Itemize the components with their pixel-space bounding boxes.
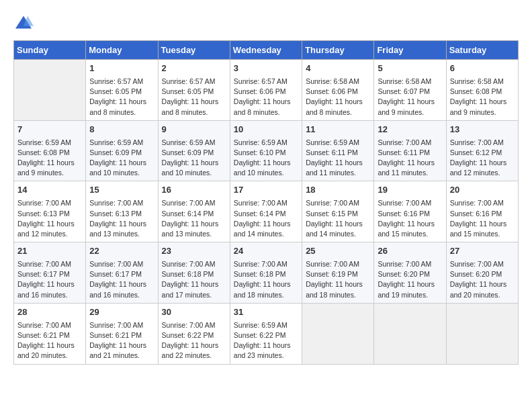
- calendar-cell: 25Sunrise: 7:00 AM Sunset: 6:19 PM Dayli…: [302, 242, 374, 304]
- day-number: 21: [17, 245, 82, 258]
- day-number: 29: [89, 306, 154, 319]
- day-info: Sunrise: 7:00 AM Sunset: 6:18 PM Dayligh…: [234, 259, 298, 300]
- calendar-cell: 17Sunrise: 7:00 AM Sunset: 6:14 PM Dayli…: [230, 181, 302, 242]
- calendar-cell: 9Sunrise: 6:59 AM Sunset: 6:09 PM Daylig…: [158, 120, 230, 181]
- calendar-cell: 7Sunrise: 6:59 AM Sunset: 6:08 PM Daylig…: [14, 120, 86, 181]
- weekday-header-saturday: Saturday: [446, 41, 518, 60]
- calendar-cell: 1Sunrise: 6:57 AM Sunset: 6:05 PM Daylig…: [86, 60, 158, 121]
- day-info: Sunrise: 7:00 AM Sunset: 6:19 PM Dayligh…: [306, 259, 370, 300]
- calendar-cell: 3Sunrise: 6:57 AM Sunset: 6:06 PM Daylig…: [230, 60, 302, 121]
- day-number: 12: [378, 124, 442, 136]
- day-info: Sunrise: 6:57 AM Sunset: 6:06 PM Dayligh…: [234, 77, 298, 118]
- calendar-cell: 27Sunrise: 7:00 AM Sunset: 6:20 PM Dayli…: [446, 242, 518, 304]
- day-info: Sunrise: 7:00 AM Sunset: 6:17 PM Dayligh…: [89, 259, 154, 300]
- calendar-cell: 28Sunrise: 7:00 AM Sunset: 6:21 PM Dayli…: [14, 303, 86, 364]
- calendar-table: SundayMondayTuesdayWednesdayThursdayFrid…: [13, 40, 519, 365]
- calendar-cell: 13Sunrise: 7:00 AM Sunset: 6:12 PM Dayli…: [446, 120, 518, 181]
- calendar-cell: 15Sunrise: 7:00 AM Sunset: 6:13 PM Dayli…: [86, 181, 158, 242]
- day-number: 22: [89, 245, 154, 258]
- calendar-cell: 16Sunrise: 7:00 AM Sunset: 6:14 PM Dayli…: [158, 181, 230, 242]
- calendar-cell: 22Sunrise: 7:00 AM Sunset: 6:17 PM Dayli…: [86, 242, 158, 304]
- day-number: 20: [450, 184, 515, 197]
- day-info: Sunrise: 7:00 AM Sunset: 6:14 PM Dayligh…: [162, 198, 226, 239]
- calendar-cell: 20Sunrise: 7:00 AM Sunset: 6:16 PM Dayli…: [446, 181, 518, 242]
- calendar-cell: 24Sunrise: 7:00 AM Sunset: 6:18 PM Dayli…: [230, 242, 302, 304]
- week-row-4: 21Sunrise: 7:00 AM Sunset: 6:17 PM Dayli…: [14, 242, 519, 304]
- day-number: 15: [89, 184, 154, 197]
- day-info: Sunrise: 7:00 AM Sunset: 6:22 PM Dayligh…: [162, 320, 226, 361]
- calendar-cell: 8Sunrise: 6:59 AM Sunset: 6:09 PM Daylig…: [86, 120, 158, 181]
- day-number: 2: [162, 62, 226, 75]
- day-info: Sunrise: 6:58 AM Sunset: 6:08 PM Dayligh…: [450, 77, 515, 118]
- day-number: 1: [89, 62, 154, 75]
- day-number: 27: [450, 245, 515, 258]
- calendar-cell: [374, 303, 446, 364]
- day-info: Sunrise: 7:00 AM Sunset: 6:14 PM Dayligh…: [234, 198, 298, 239]
- page-header: [13, 13, 519, 34]
- day-info: Sunrise: 7:00 AM Sunset: 6:13 PM Dayligh…: [89, 198, 154, 239]
- week-row-5: 28Sunrise: 7:00 AM Sunset: 6:21 PM Dayli…: [14, 303, 519, 364]
- day-number: 14: [17, 184, 82, 197]
- day-number: 25: [306, 245, 370, 258]
- day-number: 4: [306, 62, 370, 75]
- calendar-cell: [302, 303, 374, 364]
- day-number: 19: [378, 184, 442, 197]
- weekday-header-monday: Monday: [86, 41, 158, 60]
- day-number: 10: [234, 124, 298, 136]
- day-info: Sunrise: 7:00 AM Sunset: 6:20 PM Dayligh…: [450, 259, 515, 300]
- weekday-header-thursday: Thursday: [302, 41, 374, 60]
- day-info: Sunrise: 7:00 AM Sunset: 6:17 PM Dayligh…: [17, 259, 82, 300]
- day-info: Sunrise: 6:58 AM Sunset: 6:07 PM Dayligh…: [378, 77, 442, 118]
- calendar-cell: 2Sunrise: 6:57 AM Sunset: 6:05 PM Daylig…: [158, 60, 230, 121]
- day-number: 30: [162, 306, 226, 319]
- day-number: 13: [450, 124, 515, 136]
- day-number: 17: [234, 184, 298, 197]
- calendar-cell: 19Sunrise: 7:00 AM Sunset: 6:16 PM Dayli…: [374, 181, 446, 242]
- day-info: Sunrise: 7:00 AM Sunset: 6:12 PM Dayligh…: [450, 138, 515, 179]
- day-number: 16: [162, 184, 226, 197]
- day-number: 31: [234, 306, 298, 319]
- calendar-cell: 12Sunrise: 7:00 AM Sunset: 6:11 PM Dayli…: [374, 120, 446, 181]
- day-number: 3: [234, 62, 298, 75]
- day-number: 24: [234, 245, 298, 258]
- calendar-cell: 18Sunrise: 7:00 AM Sunset: 6:15 PM Dayli…: [302, 181, 374, 242]
- weekday-header-sunday: Sunday: [14, 41, 86, 60]
- calendar-cell: 14Sunrise: 7:00 AM Sunset: 6:13 PM Dayli…: [14, 181, 86, 242]
- calendar-cell: 4Sunrise: 6:58 AM Sunset: 6:06 PM Daylig…: [302, 60, 374, 121]
- day-info: Sunrise: 6:59 AM Sunset: 6:09 PM Dayligh…: [162, 138, 226, 179]
- calendar-cell: 6Sunrise: 6:58 AM Sunset: 6:08 PM Daylig…: [446, 60, 518, 121]
- logo-icon: [13, 13, 34, 34]
- day-info: Sunrise: 7:00 AM Sunset: 6:13 PM Dayligh…: [17, 198, 82, 239]
- day-info: Sunrise: 7:00 AM Sunset: 6:16 PM Dayligh…: [378, 198, 442, 239]
- calendar-cell: 10Sunrise: 6:59 AM Sunset: 6:10 PM Dayli…: [230, 120, 302, 181]
- week-row-3: 14Sunrise: 7:00 AM Sunset: 6:13 PM Dayli…: [14, 181, 519, 242]
- day-info: Sunrise: 7:00 AM Sunset: 6:11 PM Dayligh…: [378, 138, 442, 179]
- day-number: 28: [17, 306, 82, 319]
- day-number: 5: [378, 62, 442, 75]
- day-info: Sunrise: 7:00 AM Sunset: 6:21 PM Dayligh…: [89, 320, 154, 361]
- calendar-cell: 5Sunrise: 6:58 AM Sunset: 6:07 PM Daylig…: [374, 60, 446, 121]
- day-info: Sunrise: 7:00 AM Sunset: 6:20 PM Dayligh…: [378, 259, 442, 300]
- day-info: Sunrise: 7:00 AM Sunset: 6:15 PM Dayligh…: [306, 198, 370, 239]
- day-info: Sunrise: 6:59 AM Sunset: 6:10 PM Dayligh…: [234, 138, 298, 179]
- day-number: 6: [450, 62, 515, 75]
- day-info: Sunrise: 6:57 AM Sunset: 6:05 PM Dayligh…: [89, 77, 154, 118]
- calendar-cell: [14, 60, 86, 121]
- calendar-cell: 29Sunrise: 7:00 AM Sunset: 6:21 PM Dayli…: [86, 303, 158, 364]
- calendar-cell: 11Sunrise: 6:59 AM Sunset: 6:11 PM Dayli…: [302, 120, 374, 181]
- calendar-cell: 23Sunrise: 7:00 AM Sunset: 6:18 PM Dayli…: [158, 242, 230, 304]
- day-info: Sunrise: 7:00 AM Sunset: 6:16 PM Dayligh…: [450, 198, 515, 239]
- week-row-2: 7Sunrise: 6:59 AM Sunset: 6:08 PM Daylig…: [14, 120, 519, 181]
- calendar-cell: 21Sunrise: 7:00 AM Sunset: 6:17 PM Dayli…: [14, 242, 86, 304]
- day-number: 9: [162, 124, 226, 136]
- day-info: Sunrise: 7:00 AM Sunset: 6:21 PM Dayligh…: [17, 320, 82, 361]
- logo: [13, 13, 36, 34]
- calendar-cell: 31Sunrise: 6:59 AM Sunset: 6:22 PM Dayli…: [230, 303, 302, 364]
- day-number: 8: [89, 124, 154, 136]
- calendar-cell: [446, 303, 518, 364]
- calendar-cell: 30Sunrise: 7:00 AM Sunset: 6:22 PM Dayli…: [158, 303, 230, 364]
- day-info: Sunrise: 7:00 AM Sunset: 6:18 PM Dayligh…: [162, 259, 226, 300]
- day-info: Sunrise: 6:57 AM Sunset: 6:05 PM Dayligh…: [162, 77, 226, 118]
- day-info: Sunrise: 6:59 AM Sunset: 6:08 PM Dayligh…: [17, 138, 82, 179]
- calendar-cell: 26Sunrise: 7:00 AM Sunset: 6:20 PM Dayli…: [374, 242, 446, 304]
